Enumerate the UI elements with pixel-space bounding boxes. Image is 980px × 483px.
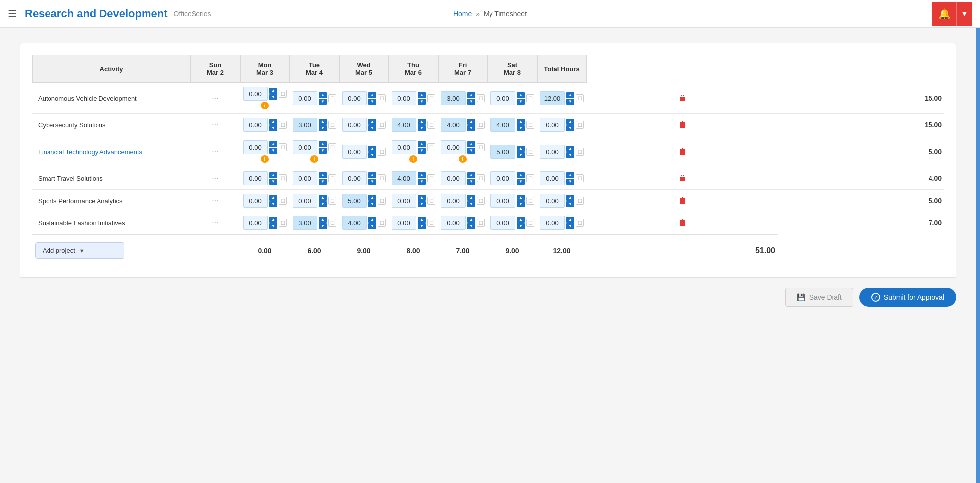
hours-input[interactable]: [490, 145, 515, 159]
spin-up-button[interactable]: ▲: [418, 195, 426, 201]
note-icon[interactable]: ☐: [526, 121, 534, 129]
hours-input[interactable]: [540, 216, 565, 230]
spin-down-button[interactable]: ▼: [319, 201, 327, 207]
delete-row-button[interactable]: 🗑: [676, 119, 689, 130]
spin-up-button[interactable]: ▲: [517, 92, 525, 98]
hours-input[interactable]: [540, 118, 565, 132]
hours-input[interactable]: [490, 171, 515, 185]
spin-up-button[interactable]: ▲: [269, 119, 277, 125]
spin-down-button[interactable]: ▼: [517, 201, 525, 207]
hours-input[interactable]: [441, 216, 466, 230]
delete-row-button[interactable]: 🗑: [676, 173, 689, 184]
note-icon[interactable]: ☐: [477, 219, 485, 227]
hours-input[interactable]: [540, 194, 565, 208]
hours-input[interactable]: [342, 118, 367, 132]
hours-input[interactable]: [342, 171, 367, 185]
spin-down-button[interactable]: ▼: [269, 148, 277, 154]
spin-up-button[interactable]: ▲: [269, 217, 277, 223]
spin-down-button[interactable]: ▼: [418, 223, 426, 229]
spin-up-button[interactable]: ▲: [566, 92, 574, 98]
spin-up-button[interactable]: ▲: [319, 92, 327, 98]
hours-input[interactable]: [342, 216, 367, 230]
hours-input[interactable]: [243, 140, 268, 154]
delete-row-button[interactable]: 🗑: [676, 146, 689, 157]
row-menu-dots[interactable]: ···: [191, 83, 240, 114]
warning-icon[interactable]: i: [310, 155, 318, 163]
warning-icon[interactable]: i: [261, 155, 269, 163]
note-icon[interactable]: ☐: [576, 121, 584, 129]
spin-down-button[interactable]: ▼: [368, 152, 376, 158]
spin-up-button[interactable]: ▲: [418, 217, 426, 223]
spin-down-button[interactable]: ▼: [517, 152, 525, 158]
note-icon[interactable]: ☐: [526, 94, 534, 102]
spin-down-button[interactable]: ▼: [319, 148, 327, 154]
spin-down-button[interactable]: ▼: [319, 125, 327, 131]
note-icon[interactable]: ☐: [378, 148, 386, 156]
spin-up-button[interactable]: ▲: [517, 119, 525, 125]
note-icon[interactable]: ☐: [427, 94, 435, 102]
spin-up-button[interactable]: ▲: [269, 172, 277, 178]
hours-input[interactable]: [243, 118, 268, 132]
spin-up-button[interactable]: ▲: [467, 92, 475, 98]
spin-up-button[interactable]: ▲: [368, 172, 376, 178]
spin-down-button[interactable]: ▼: [319, 223, 327, 229]
hours-input[interactable]: [342, 194, 367, 208]
note-icon[interactable]: ☐: [477, 121, 485, 129]
hours-input[interactable]: [540, 91, 565, 105]
hours-input[interactable]: [441, 171, 466, 185]
user-dropdown-button[interactable]: ▼: [956, 2, 972, 26]
spin-up-button[interactable]: ▲: [467, 217, 475, 223]
spin-down-button[interactable]: ▼: [269, 201, 277, 207]
spin-down-button[interactable]: ▼: [319, 99, 327, 105]
note-icon[interactable]: ☐: [477, 143, 485, 151]
note-icon[interactable]: ☐: [279, 143, 287, 151]
spin-down-button[interactable]: ▼: [269, 223, 277, 229]
spin-up-button[interactable]: ▲: [467, 141, 475, 147]
delete-row-button[interactable]: 🗑: [676, 195, 689, 206]
hours-input[interactable]: [392, 171, 416, 185]
note-icon[interactable]: ☐: [526, 219, 534, 227]
activity-name[interactable]: Financial Technology Advancements: [32, 136, 191, 167]
note-icon[interactable]: ☐: [526, 174, 534, 182]
spin-up-button[interactable]: ▲: [418, 119, 426, 125]
note-icon[interactable]: ☐: [328, 174, 336, 182]
spin-up-button[interactable]: ▲: [566, 217, 574, 223]
spin-up-button[interactable]: ▲: [517, 217, 525, 223]
menu-icon[interactable]: ☰: [8, 8, 17, 20]
note-icon[interactable]: ☐: [279, 174, 287, 182]
spin-down-button[interactable]: ▼: [566, 223, 574, 229]
spin-up-button[interactable]: ▲: [368, 119, 376, 125]
scrollbar[interactable]: [976, 28, 980, 483]
spin-up-button[interactable]: ▲: [368, 146, 376, 152]
hours-input[interactable]: [392, 194, 416, 208]
spin-down-button[interactable]: ▼: [368, 223, 376, 229]
hours-input[interactable]: [490, 194, 515, 208]
note-icon[interactable]: ☐: [477, 94, 485, 102]
spin-up-button[interactable]: ▲: [368, 92, 376, 98]
spin-down-button[interactable]: ▼: [467, 99, 475, 105]
warning-icon[interactable]: i: [261, 102, 269, 109]
note-icon[interactable]: ☐: [576, 94, 584, 102]
note-icon[interactable]: ☐: [328, 94, 336, 102]
spin-down-button[interactable]: ▼: [467, 201, 475, 207]
warning-icon[interactable]: i: [459, 155, 467, 163]
note-icon[interactable]: ☐: [427, 219, 435, 227]
note-icon[interactable]: ☐: [279, 219, 287, 227]
spin-down-button[interactable]: ▼: [517, 99, 525, 105]
hours-input[interactable]: [441, 140, 466, 154]
row-menu-dots[interactable]: ···: [191, 167, 240, 190]
spin-down-button[interactable]: ▼: [566, 99, 574, 105]
breadcrumb-home[interactable]: Home: [453, 10, 472, 18]
spin-up-button[interactable]: ▲: [467, 172, 475, 178]
spin-down-button[interactable]: ▼: [269, 125, 277, 131]
delete-row-button[interactable]: 🗑: [676, 93, 689, 104]
spin-down-button[interactable]: ▼: [319, 179, 327, 185]
spin-down-button[interactable]: ▼: [517, 125, 525, 131]
hours-input[interactable]: [540, 145, 565, 159]
note-icon[interactable]: ☐: [328, 197, 336, 205]
note-icon[interactable]: ☐: [427, 197, 435, 205]
spin-down-button[interactable]: ▼: [566, 152, 574, 158]
hours-input[interactable]: [392, 118, 416, 132]
note-icon[interactable]: ☐: [328, 219, 336, 227]
hours-input[interactable]: [243, 87, 268, 101]
